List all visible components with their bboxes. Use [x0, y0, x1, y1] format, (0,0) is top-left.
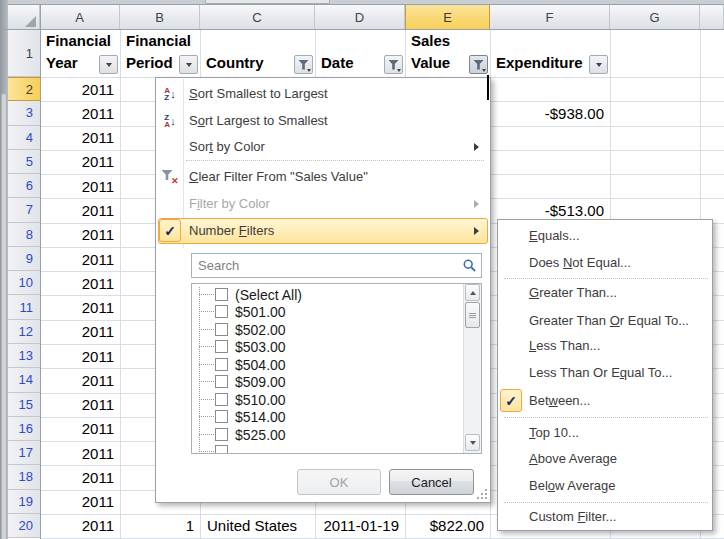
cell-a14[interactable]: 2011	[40, 368, 120, 392]
row-header-9[interactable]: 9	[8, 247, 40, 271]
filter-button-country[interactable]	[294, 55, 313, 74]
value-checkbox-select-all[interactable]	[215, 288, 228, 301]
submenu-separator	[504, 278, 708, 279]
scroll-thumb[interactable]	[465, 302, 480, 328]
row-header-17[interactable]: 17	[8, 441, 40, 465]
cancel-button[interactable]: Cancel	[389, 469, 474, 495]
cell-a4[interactable]: 2011	[40, 126, 120, 150]
row-header-2[interactable]: 2	[8, 77, 40, 101]
submenu-item-top-10[interactable]: Top 10...	[529, 420, 709, 446]
row-header-11[interactable]: 11	[8, 295, 40, 319]
row-header-13[interactable]: 13	[8, 344, 40, 368]
filter-button-sales-value[interactable]	[469, 55, 488, 74]
cell-a19[interactable]: 2011	[40, 490, 120, 514]
submenu-item-custom-filter[interactable]: Custom Filter...	[529, 504, 709, 530]
between-checkmark-box: ✓	[500, 389, 522, 412]
cell-a16[interactable]: 2011	[40, 417, 120, 441]
cell-a17[interactable]: 2011	[40, 441, 120, 465]
row-header-19[interactable]: 19	[8, 490, 40, 514]
cell-a18[interactable]: 2011	[40, 465, 120, 489]
row-header-12[interactable]: 12	[8, 320, 40, 344]
filter-value-list: (Select All)$501.00$502.00$503.00$504.00…	[191, 283, 482, 454]
cell-a3[interactable]: 2011	[40, 101, 120, 125]
submenu-item-does-not-equal[interactable]: Does Not Equal...	[529, 250, 709, 276]
row-header-10[interactable]: 10	[8, 271, 40, 295]
cell-a6[interactable]: 2011	[40, 174, 120, 198]
cell-a9[interactable]: 2011	[40, 247, 120, 271]
column-header-g[interactable]: G	[610, 5, 700, 30]
column-header-f[interactable]: F	[490, 5, 610, 30]
value-checkbox-504-00[interactable]	[215, 358, 228, 371]
dropdown-button-financial-year[interactable]	[99, 55, 118, 74]
cell-a2[interactable]: 2011	[40, 77, 120, 101]
value-checkbox-502-00[interactable]	[215, 323, 228, 336]
value-checkbox-509-00[interactable]	[215, 375, 228, 388]
menu-item-sort-smallest-to-largest[interactable]: Sort Smallest to Largest	[189, 81, 471, 107]
row-header-3[interactable]: 3	[8, 101, 40, 125]
row-header-1[interactable]: 1	[8, 30, 40, 77]
cell-a15[interactable]: 2011	[40, 393, 120, 417]
search-input[interactable]	[192, 254, 460, 277]
row-header-4[interactable]: 4	[8, 126, 40, 150]
column-header-d[interactable]: D	[315, 5, 405, 30]
cell-c20[interactable]: United States	[200, 514, 315, 538]
cell-a13[interactable]: 2011	[40, 344, 120, 368]
cell-e20[interactable]: $822.00	[405, 514, 490, 538]
row-header-16[interactable]: 16	[8, 417, 40, 441]
row-header-15[interactable]: 15	[8, 393, 40, 417]
menu-item-number-filters[interactable]: Number Filters	[189, 218, 471, 244]
submenu-item-between[interactable]: Between...	[529, 388, 709, 414]
tree-stub	[199, 311, 214, 312]
column-header-c[interactable]: C	[200, 5, 315, 30]
cell-a10[interactable]: 2011	[40, 271, 120, 295]
column-header-b[interactable]: B	[120, 5, 200, 30]
row-header-8[interactable]: 8	[8, 223, 40, 247]
resize-grip[interactable]	[485, 489, 487, 491]
cell-d20[interactable]: 2011-01-19	[315, 514, 405, 538]
dropdown-button-financial-period[interactable]	[179, 55, 198, 74]
filter-button-date[interactable]	[384, 55, 403, 74]
left-scrollbar-thumb[interactable]	[1, 93, 7, 539]
row-header-20[interactable]: 20	[8, 514, 40, 538]
row-header-6[interactable]: 6	[8, 174, 40, 198]
row-header-14[interactable]: 14	[8, 368, 40, 392]
menu-item-filter-by-color: Filter by Color	[189, 191, 471, 217]
submenu-item-greater-than-or-equal-to[interactable]: Greater Than Or Equal To...	[529, 308, 709, 334]
select-all-corner[interactable]	[8, 5, 40, 30]
gridline	[120, 30, 121, 539]
column-header-a[interactable]: A	[40, 5, 120, 30]
cell-a12[interactable]: 2011	[40, 320, 120, 344]
cell-a5[interactable]: 2011	[40, 150, 120, 174]
submenu-item-above-average[interactable]: Above Average	[529, 446, 709, 472]
menu-item-clear-filter-from-sales-value[interactable]: Clear Filter From "Sales Value"	[189, 164, 471, 190]
filter-funnel-icon	[388, 60, 399, 70]
cell-b20[interactable]: 1	[120, 514, 200, 538]
row-header-18[interactable]: 18	[8, 465, 40, 489]
submenu-item-below-average[interactable]: Below Average	[529, 473, 709, 499]
row-header-7[interactable]: 7	[8, 198, 40, 222]
value-checkbox-503-00[interactable]	[215, 340, 228, 353]
value-checkbox-510-00[interactable]	[215, 393, 228, 406]
value-checkbox-501-00[interactable]	[215, 305, 228, 318]
value-checkbox-partial[interactable]	[215, 445, 228, 454]
search-box	[191, 253, 482, 278]
submenu-item-less-than[interactable]: Less Than...	[529, 333, 709, 359]
scroll-up-button[interactable]	[465, 284, 480, 301]
column-header-e[interactable]: E	[405, 5, 490, 30]
menu-item-sort-by-color[interactable]: Sort by Color	[189, 134, 471, 160]
submenu-item-less-than-or-equal-to[interactable]: Less Than Or Equal To...	[529, 360, 709, 386]
cell-a8[interactable]: 2011	[40, 223, 120, 247]
submenu-item-greater-than[interactable]: Greater Than...	[529, 280, 709, 306]
cell-f3[interactable]: -$938.00	[490, 101, 610, 125]
value-checkbox-514-00[interactable]	[215, 410, 228, 423]
scroll-down-button[interactable]	[465, 434, 480, 451]
cell-a20[interactable]: 2011	[40, 514, 120, 538]
row-header-5[interactable]: 5	[8, 150, 40, 174]
value-checkbox-525-00[interactable]	[215, 428, 228, 441]
submenu-item-equals[interactable]: Equals...	[529, 223, 709, 249]
value-label: $501.00	[235, 303, 286, 321]
cell-a7[interactable]: 2011	[40, 198, 120, 222]
menu-item-sort-largest-to-smallest[interactable]: Sort Largest to Smallest	[189, 108, 471, 134]
dropdown-button-expenditure[interactable]	[589, 55, 608, 74]
cell-a11[interactable]: 2011	[40, 295, 120, 319]
